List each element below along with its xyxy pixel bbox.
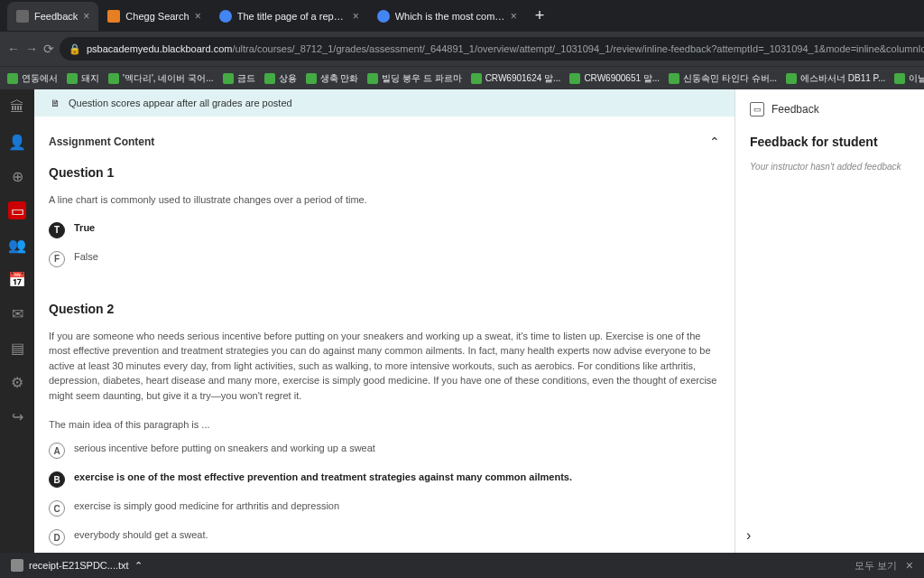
next-arrow-icon[interactable]: ›: [746, 527, 751, 544]
browser-tab[interactable]: Chegg Search ×: [98, 2, 209, 31]
show-all-downloads[interactable]: 모두 보기: [855, 559, 897, 573]
answer-option[interactable]: B exercise is one of the most effective …: [49, 471, 720, 488]
question-title: Question 2: [49, 302, 720, 316]
tab-title: Which is the most common su: [395, 11, 505, 22]
notice-text: Question scores appear after all grades …: [69, 98, 292, 108]
option-badge: B: [49, 471, 65, 488]
calendar-icon[interactable]: 📅: [8, 270, 26, 288]
assignment-header: Assignment Content ⌃: [49, 135, 720, 149]
feedback-label: Feedback: [772, 103, 819, 116]
tab-title: The title page of a report inclu: [237, 11, 347, 22]
option-badge: T: [49, 222, 65, 238]
bookmark-icon: [471, 73, 482, 84]
url-row: ← → ⟳ 🔒 psbacademyedu.blackboard.com/ult…: [0, 32, 924, 66]
option-label: True: [74, 222, 95, 233]
content-body: Assignment Content ⌃ Question 1 A line c…: [34, 117, 735, 553]
tab-title: Chegg Search: [125, 11, 189, 22]
close-icon[interactable]: ×: [83, 10, 89, 23]
answer-option[interactable]: D everybody should get a sweat.: [49, 529, 720, 545]
tab-favicon: [219, 10, 232, 23]
download-filename: receipt-E21SPDC....txt: [29, 560, 129, 571]
option-badge: D: [49, 529, 65, 545]
info-icon: 🗎: [49, 97, 61, 109]
bookmark-item[interactable]: 빌딩 붕우 드 파르마: [367, 72, 461, 85]
file-icon: [11, 559, 23, 572]
bookmark-icon: [669, 73, 679, 84]
bookmark-icon: [108, 73, 119, 84]
option-label: False: [74, 251, 98, 262]
url-text: psbacademyedu.blackboard.com/ultra/cours…: [87, 43, 924, 54]
close-icon[interactable]: ×: [195, 10, 201, 23]
tools-icon[interactable]: ⚙: [8, 373, 26, 391]
notice-bar: ✕ 🗎 Question scores appear after all gra…: [34, 89, 735, 117]
feedback-header: ▭ Feedback: [750, 102, 910, 117]
forward-button[interactable]: →: [25, 38, 38, 60]
question-title: Question 1: [49, 165, 720, 180]
bookmark-icon: [7, 73, 18, 84]
bookmark-item[interactable]: 연동에서: [7, 72, 58, 85]
download-bar: receipt-E21SPDC....txt ⌃ 모두 보기 ×: [0, 553, 924, 578]
tab-favicon: [377, 10, 390, 23]
option-label: exercise is one of the most effective pr…: [74, 471, 572, 482]
grades-icon[interactable]: ▤: [8, 339, 26, 357]
close-icon[interactable]: ×: [353, 10, 359, 23]
tab-favicon: [107, 10, 120, 23]
url-bar[interactable]: 🔒 psbacademyedu.blackboard.com/ultra/cou…: [60, 37, 924, 61]
answer-option[interactable]: C exercise is simply good medicine for a…: [49, 500, 720, 517]
browser-tab[interactable]: Feedback ×: [7, 2, 98, 31]
close-icon[interactable]: ×: [906, 558, 913, 573]
feedback-panel: ▭ Feedback Feedback for student Your ins…: [735, 89, 924, 553]
bookmark-item[interactable]: 돼지: [67, 72, 99, 85]
back-button[interactable]: ←: [7, 38, 20, 60]
assignment-title: Assignment Content: [49, 135, 154, 148]
question-text: A line chart is commonly used to illustr…: [49, 192, 720, 208]
question-prompt: The main idea of this paragraph is ...: [49, 419, 720, 430]
reload-button[interactable]: ⟳: [43, 38, 54, 60]
question-2: Question 2 If you are someone who needs …: [49, 302, 720, 546]
bookmark-icon: [569, 73, 580, 84]
new-tab-button[interactable]: +: [526, 6, 554, 25]
bookmark-icon: [786, 73, 797, 84]
bookmarks-bar: 연동에서 돼지 '멕다리', 네이버 국어... 금드 상용 생축 만화 빌딩 …: [0, 66, 924, 89]
bookmark-item[interactable]: '멕다리', 네이버 국어...: [108, 72, 214, 85]
feedback-title: Feedback for student: [750, 135, 910, 149]
answer-option[interactable]: T True: [49, 222, 720, 238]
download-item[interactable]: receipt-E21SPDC....txt ⌃: [11, 559, 143, 572]
bookmark-icon: [367, 73, 378, 84]
collapse-icon[interactable]: ⌃: [709, 135, 720, 149]
bookmark-item[interactable]: 금드: [223, 72, 255, 85]
bookmark-item[interactable]: 이날이도 코미 보기가...: [894, 72, 924, 85]
answer-option[interactable]: F False: [49, 251, 720, 267]
bookmark-item[interactable]: 상용: [264, 72, 297, 85]
tab-row: Feedback × Chegg Search × The title page…: [0, 0, 924, 32]
messages-icon[interactable]: ✉: [8, 304, 26, 322]
activity-icon[interactable]: ⊕: [8, 167, 26, 185]
option-badge: F: [49, 251, 65, 267]
browser-chrome: Feedback × Chegg Search × The title page…: [0, 0, 924, 66]
feedback-icon: ▭: [750, 102, 764, 117]
bookmark-item[interactable]: CRW6901624 말...: [471, 72, 561, 85]
organizations-icon[interactable]: 👥: [8, 236, 26, 254]
bookmark-icon: [894, 73, 905, 84]
app-area: 🏛 👤 ⊕ ▭ 👥 📅 ✉ ▤ ⚙ ↪ ✕ 🗎 Question scores …: [0, 89, 924, 553]
browser-tab[interactable]: Which is the most common su ×: [368, 2, 526, 31]
bookmark-item[interactable]: 신동속민 타인다 슈버...: [669, 72, 777, 85]
bookmark-icon: [223, 73, 234, 84]
option-badge: C: [49, 500, 65, 517]
signout-icon[interactable]: ↪: [8, 407, 26, 425]
option-label: everybody should get a sweat.: [74, 529, 208, 540]
profile-icon[interactable]: 👤: [8, 133, 26, 151]
feedback-empty-text: Your instructor hasn't added feedback: [750, 162, 910, 172]
institution-icon[interactable]: 🏛: [8, 98, 26, 117]
courses-icon[interactable]: ▭: [8, 201, 26, 219]
close-icon[interactable]: ×: [511, 10, 517, 23]
question-1: Question 1 A line chart is commonly used…: [49, 165, 720, 267]
browser-tab[interactable]: The title page of a report inclu ×: [210, 2, 368, 31]
bookmark-item[interactable]: CRW6900651 말...: [569, 72, 660, 85]
answer-option[interactable]: A serious incentive before putting on sn…: [49, 443, 720, 459]
bookmark-item[interactable]: 생축 만화: [306, 72, 359, 85]
content-wrap: ✕ 🗎 Question scores appear after all gra…: [34, 89, 924, 553]
question-text: If you are someone who needs serious inc…: [49, 329, 720, 404]
bookmark-icon: [306, 73, 317, 84]
bookmark-item[interactable]: 에스바서너 DB11 P...: [786, 72, 885, 85]
